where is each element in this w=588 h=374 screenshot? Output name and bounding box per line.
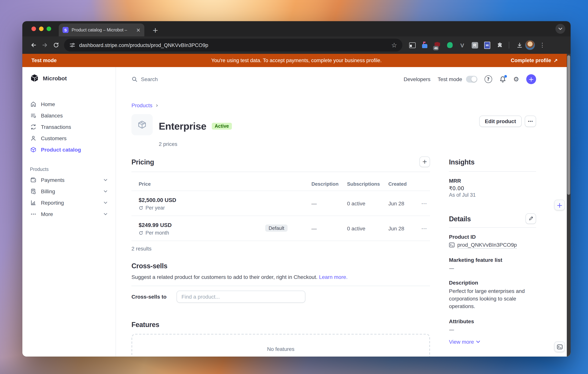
pet-extension-icon[interactable] — [446, 41, 453, 49]
home-icon — [30, 101, 36, 107]
row-overflow-button[interactable]: ⋯ — [420, 200, 430, 207]
sidebar-item-reporting[interactable]: Reporting — [30, 197, 116, 208]
browser-profile-avatar[interactable] — [525, 40, 535, 50]
bookmark-star-icon[interactable]: ☆ — [391, 41, 397, 49]
chevron-down-icon — [104, 213, 107, 215]
arrow-right-icon — [42, 42, 48, 48]
add-price-button[interactable]: + — [420, 157, 430, 167]
adblock-extension-icon[interactable]: 46 — [433, 41, 441, 49]
react-devtools-icon[interactable]: R — [471, 41, 479, 49]
product-id-label: Product ID — [449, 234, 536, 240]
developers-link[interactable]: Developers — [404, 76, 430, 82]
browser-titlebar: S Product catalog – Microbot – × + — [22, 21, 571, 36]
chevron-down-icon — [558, 28, 562, 30]
description-cell: — — [311, 201, 347, 207]
test-mode-toggle[interactable] — [466, 76, 477, 83]
back-button[interactable] — [28, 39, 39, 51]
insights-title: Insights — [449, 158, 536, 167]
customers-icon — [30, 135, 36, 141]
product-title-block: Enterprise Active 2 prices — [159, 114, 232, 147]
sidebar-section-products: Products — [30, 164, 116, 174]
browser-toolbar: dashboard.stripe.com/products/prod_QNKVv… — [22, 36, 571, 54]
breadcrumb-products-link[interactable]: Products — [131, 102, 152, 108]
subscriptions-cell: 0 active — [347, 201, 388, 207]
learn-more-link[interactable]: Learn more. — [319, 274, 348, 280]
product-id-value[interactable]: prod_QNKVvBIn3PCO9p — [457, 242, 517, 249]
close-window-button[interactable] — [32, 27, 36, 31]
features-title: Features — [131, 320, 430, 329]
sidebar: Microbot Home Balances Transactions — [22, 67, 116, 357]
address-bar[interactable]: dashboard.stripe.com/products/prod_QNKVv… — [64, 39, 402, 52]
no-features-label: No features — [267, 346, 294, 352]
extensions-row: 46 V R Mi — [409, 41, 504, 49]
marketing-feature-value: — — [449, 265, 536, 271]
features-empty-state: No features — [131, 334, 430, 357]
view-more-link[interactable]: View more — [449, 339, 536, 345]
floating-terminal-button[interactable] — [554, 342, 565, 352]
sidebar-item-more[interactable]: More — [30, 208, 116, 220]
product-thumbnail — [131, 114, 153, 135]
edit-details-button[interactable] — [525, 213, 536, 224]
complete-profile-link[interactable]: Complete profile ↗ — [511, 57, 558, 64]
page-scrollbar — [567, 54, 571, 357]
details-title: Details — [449, 214, 536, 224]
find-product-input[interactable] — [177, 291, 305, 303]
browser-tab[interactable]: S Product catalog – Microbot – × — [59, 23, 144, 36]
marketing-feature-label: Marketing feature list — [449, 257, 536, 263]
scrollbar-thumb[interactable] — [567, 55, 570, 195]
extensions-puzzle-icon[interactable] — [496, 41, 504, 49]
floating-add-button[interactable]: + — [554, 200, 565, 210]
price-row-yearly[interactable]: $2,500.00 USD Per year — 0 active Jun 28 — [131, 191, 430, 216]
browser-menu-button[interactable]: ⋮ — [539, 42, 545, 49]
tab-search-button[interactable] — [556, 24, 565, 34]
vue-devtools-icon[interactable]: V — [458, 41, 466, 49]
help-button[interactable]: ? — [484, 75, 492, 83]
tab-close-icon[interactable]: × — [136, 27, 141, 32]
sidebar-item-label: Customers — [41, 135, 107, 141]
sidebar-item-product-catalog[interactable]: Product catalog — [30, 144, 116, 155]
row-overflow-button[interactable]: ⋯ — [420, 225, 430, 232]
divider — [131, 172, 430, 172]
notifications-button[interactable] — [499, 75, 506, 83]
account-switcher[interactable]: Microbot — [30, 74, 116, 83]
price-row-monthly[interactable]: $249.99 USD Per month Default — 0 active — [131, 216, 430, 241]
forward-button[interactable] — [39, 39, 50, 51]
edit-product-button[interactable]: Edit product — [479, 116, 522, 127]
cross-sells-description: Suggest a related product for customers … — [131, 274, 430, 280]
chevron-down-icon — [104, 179, 107, 181]
description-label: Description — [449, 280, 536, 286]
sidebar-extension-icon[interactable] — [409, 41, 416, 49]
create-button[interactable]: + — [526, 74, 536, 84]
chevron-down-icon — [104, 202, 107, 204]
test-mode-banner: Test mode You're using test data. To acc… — [22, 54, 571, 67]
reload-button[interactable] — [50, 39, 62, 51]
site-settings-icon[interactable] — [69, 42, 75, 48]
created-cell: Jun 28 — [388, 226, 420, 232]
arrow-left-icon — [30, 42, 37, 48]
terminal-icon — [557, 344, 562, 349]
price-cell: $2,500.00 USD Per year — [139, 196, 311, 211]
mailbox-extension-icon[interactable] — [421, 41, 429, 49]
sidebar-item-billing[interactable]: Billing — [30, 186, 116, 197]
sidebar-item-transactions[interactable]: Transactions — [30, 121, 116, 133]
chevron-down-icon — [104, 190, 107, 192]
center-column: Pricing + Price Description Subscription… — [131, 158, 430, 357]
sidebar-item-customers[interactable]: Customers — [30, 133, 116, 144]
sidebar-item-home[interactable]: Home — [30, 98, 116, 110]
test-mode-group: Test mode — [438, 76, 477, 83]
downloads-button[interactable] — [514, 39, 525, 51]
settings-gear-button[interactable]: ⚙ — [513, 75, 519, 83]
sidebar-nav: Home Balances Transactions Customers — [30, 98, 116, 220]
maximize-window-button[interactable] — [47, 27, 51, 31]
sidebar-item-payments[interactable]: Payments — [30, 174, 116, 186]
minimize-window-button[interactable] — [39, 27, 43, 31]
search-input[interactable]: Search — [131, 76, 158, 82]
account-name: Microbot — [43, 75, 67, 81]
product-overflow-button[interactable]: ⋯ — [525, 116, 536, 127]
dashboard-content: Microbot Home Balances Transactions — [22, 67, 571, 357]
results-count: 2 results — [131, 246, 430, 252]
sidebar-item-balances[interactable]: Balances — [30, 110, 116, 121]
new-tab-button[interactable]: + — [150, 24, 161, 36]
subscriptions-cell: 0 active — [347, 226, 388, 232]
notes-extension-icon[interactable]: Mi — [483, 41, 491, 49]
